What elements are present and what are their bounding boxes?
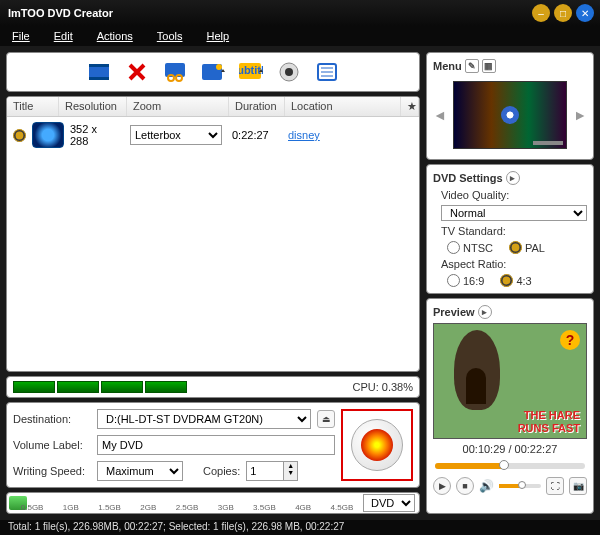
table-row[interactable]: 352 x 288 Letterbox 0:22:27 disney: [7, 117, 419, 153]
svg-point-13: [285, 68, 293, 76]
file-grid: Title Resolution Zoom Duration Location …: [6, 96, 420, 372]
menu-help[interactable]: Help: [206, 26, 229, 46]
speed-label: Writing Speed:: [13, 465, 91, 477]
copies-input[interactable]: [247, 462, 283, 480]
row-select-radio[interactable]: [13, 129, 26, 142]
pal-radio[interactable]: [509, 241, 522, 254]
menu-header: Menu: [433, 60, 462, 72]
preview-expand-button[interactable]: ▸: [478, 305, 492, 319]
svg-rect-1: [89, 64, 109, 67]
dvd-settings-header: DVD Settings: [433, 172, 503, 184]
size-tick: 2GB: [140, 503, 156, 512]
audio-button[interactable]: [274, 58, 304, 86]
spin-arrows[interactable]: ▲▼: [283, 462, 297, 480]
close-button[interactable]: ✕: [576, 4, 594, 22]
ntsc-radio[interactable]: [447, 241, 460, 254]
menu-actions[interactable]: Actions: [97, 26, 133, 46]
disc-mode-select[interactable]: DVD: [363, 494, 415, 512]
menubar: File Edit Actions Tools Help: [0, 26, 600, 46]
menu-edit[interactable]: Edit: [54, 26, 73, 46]
svg-point-4: [168, 75, 174, 81]
volume-label: Volume Label:: [13, 439, 91, 451]
cut-button[interactable]: [160, 58, 190, 86]
video-quality-select[interactable]: Normal: [441, 205, 587, 221]
menu-file[interactable]: File: [12, 26, 30, 46]
size-tick: 2.5GB: [176, 503, 199, 512]
play-button[interactable]: ▶: [433, 477, 451, 495]
ar169-radio-label[interactable]: 16:9: [447, 274, 484, 287]
size-tick: 4.5GB: [331, 503, 354, 512]
video-quality-label: Video Quality:: [441, 189, 587, 201]
ar43-radio-label[interactable]: 4:3: [500, 274, 531, 287]
preview-header: Preview: [433, 306, 475, 318]
menu-tools[interactable]: Tools: [157, 26, 183, 46]
destination-select[interactable]: D:(HL-DT-ST DVDRAM GT20N): [97, 409, 311, 429]
preview-time: 00:10:29 / 00:22:27: [433, 443, 587, 455]
ar43-radio[interactable]: [500, 274, 513, 287]
menu-templates-button[interactable]: ▦: [482, 59, 496, 73]
cell-location-link[interactable]: disney: [288, 129, 320, 141]
burn-button[interactable]: [351, 419, 403, 471]
size-ticks: 0.5GB1GB1.5GB2GB2.5GB3GB3.5GB4GB4.5GB: [11, 493, 363, 513]
disc-icon: [501, 106, 519, 124]
titlebar: ImTOO DVD Creator – □ ✕: [0, 0, 600, 26]
size-bar: 0.5GB1GB1.5GB2GB2.5GB3GB3.5GB4GB4.5GB DV…: [6, 492, 420, 514]
settings-expand-button[interactable]: ▸: [506, 171, 520, 185]
video-thumbnail: [32, 122, 64, 148]
menu-panel: Menu ✎ ▦ ◄ ►: [426, 52, 594, 160]
fullscreen-button[interactable]: ⛶: [546, 477, 564, 495]
effects-button[interactable]: [198, 58, 228, 86]
volume-input[interactable]: [97, 435, 335, 455]
stop-button[interactable]: ■: [456, 477, 474, 495]
pal-radio-label[interactable]: PAL: [509, 241, 545, 254]
help-icon[interactable]: ?: [560, 330, 580, 350]
remove-button[interactable]: [122, 58, 152, 86]
subtitle-button[interactable]: Subtitle: [236, 58, 266, 86]
add-video-button[interactable]: [84, 58, 114, 86]
preview-panel: Preview ▸ ? THE HARERUNS FAST 00:10:29 /…: [426, 298, 594, 514]
speed-select[interactable]: Maximum: [97, 461, 183, 481]
maximize-button[interactable]: □: [554, 4, 572, 22]
dvd-settings-panel: DVD Settings ▸ Video Quality: Normal TV …: [426, 164, 594, 294]
eject-button[interactable]: ⏏: [317, 410, 335, 428]
snapshot-button[interactable]: 📷: [569, 477, 587, 495]
menu-prev-button[interactable]: ◄: [433, 107, 447, 123]
edit-menu-button[interactable]: ✎: [465, 59, 479, 73]
col-resolution[interactable]: Resolution: [59, 97, 127, 116]
size-tick: 0.5GB: [21, 503, 44, 512]
col-zoom[interactable]: Zoom: [127, 97, 229, 116]
preview-caption: THE HARERUNS FAST: [518, 408, 580, 434]
col-star[interactable]: ★: [401, 97, 419, 116]
preview-art: [466, 368, 486, 404]
ntsc-radio-label[interactable]: NTSC: [447, 241, 493, 254]
svg-rect-2: [89, 77, 109, 80]
meter-segment: [13, 381, 55, 393]
volume-knob[interactable]: [518, 481, 526, 489]
grid-header: Title Resolution Zoom Duration Location …: [7, 97, 419, 117]
col-title[interactable]: Title: [7, 97, 59, 116]
minimize-button[interactable]: –: [532, 4, 550, 22]
svg-point-7: [216, 64, 222, 70]
cpu-meter-bar: CPU: 0.38%: [6, 376, 420, 398]
copies-stepper[interactable]: ▲▼: [246, 461, 298, 481]
menu-next-button[interactable]: ►: [573, 107, 587, 123]
volume-slider[interactable]: [499, 484, 541, 488]
menu-thumbnail[interactable]: [453, 81, 567, 149]
seek-knob[interactable]: [499, 460, 509, 470]
meter-segment: [57, 381, 99, 393]
window-title: ImTOO DVD Creator: [6, 7, 528, 19]
ar169-radio[interactable]: [447, 274, 460, 287]
seek-fill: [435, 463, 504, 469]
flame-icon: [361, 429, 393, 461]
preview-viewport[interactable]: ? THE HARERUNS FAST: [433, 323, 587, 439]
col-duration[interactable]: Duration: [229, 97, 285, 116]
svg-rect-3: [165, 63, 185, 77]
zoom-select[interactable]: Letterbox: [130, 125, 222, 145]
copies-label: Copies:: [203, 465, 240, 477]
seek-slider[interactable]: [435, 463, 585, 469]
size-tick: 1.5GB: [98, 503, 121, 512]
volume-icon[interactable]: 🔊: [479, 479, 494, 493]
col-location[interactable]: Location: [285, 97, 401, 116]
status-bar: Total: 1 file(s), 226.98MB, 00:22:27; Se…: [0, 520, 600, 535]
properties-button[interactable]: [312, 58, 342, 86]
